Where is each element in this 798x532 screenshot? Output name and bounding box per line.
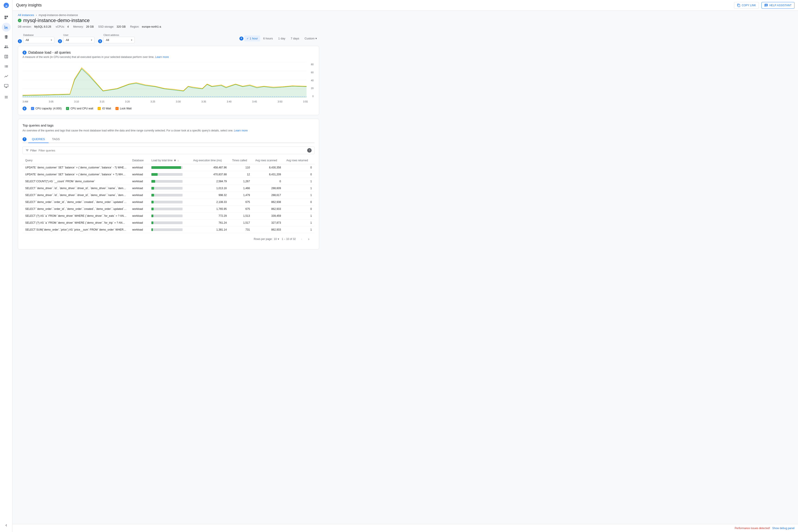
- show-debug-link[interactable]: Show debug panel: [772, 527, 794, 530]
- legend-io-wait[interactable]: ✓ IO Wait: [98, 107, 111, 111]
- sidebar-item-monitor[interactable]: [2, 81, 11, 91]
- table-row[interactable]: SELECT `demo_order`.`order_id`, `demo_or…: [22, 199, 315, 206]
- queries-header: Top queries and tags An overview of the …: [22, 124, 315, 132]
- load-cell: [149, 226, 190, 233]
- table-header-row: Query Database Load by total time ▼ ↓ Av…: [22, 157, 315, 164]
- table-row[interactable]: SELECT COUNT(*) AS `__count` FROM `demo_…: [22, 178, 315, 185]
- avg-rows-scanned-cell: 288,609: [253, 185, 283, 192]
- database-load-card: 5 Database load - all queries A measure …: [18, 46, 319, 115]
- query-text: SELECT (?) AS `a` FROM `demo_driver` WHE…: [22, 212, 130, 220]
- io-wait-checkbox[interactable]: ✓: [98, 107, 101, 110]
- sidebar-item-analytics[interactable]: [2, 23, 11, 32]
- instance-header: mysql-instance-demo-instance: [18, 18, 319, 23]
- lock-wait-checkbox[interactable]: ✓: [115, 107, 118, 110]
- database-select[interactable]: All ▾: [23, 37, 54, 43]
- time-btn-custom[interactable]: Custom ▾: [302, 35, 319, 41]
- col-avg-exec: Avg execution time (ms): [190, 157, 229, 164]
- filter-button[interactable]: Filter: [25, 149, 37, 152]
- sidebar-logo[interactable]: ☁: [3, 2, 10, 9]
- user-select[interactable]: All ▾: [63, 37, 94, 43]
- col-database: Database: [130, 157, 149, 164]
- tab-queries[interactable]: QUERIES: [28, 136, 49, 143]
- sidebar-item-list[interactable]: [2, 62, 11, 71]
- avg-rows-scanned-cell: 862,938: [253, 199, 283, 206]
- help-assistant-button[interactable]: HELP ASSISTANT: [761, 2, 794, 9]
- col-avg-rows-scanned: Avg rows scanned: [253, 157, 283, 164]
- cpu-capacity-checkbox[interactable]: ✓: [31, 107, 34, 110]
- table-row[interactable]: SELECT `demo_driver`.`id`, `demo_driver`…: [22, 185, 315, 192]
- table-row[interactable]: UPDATE `demo_customer` SET `balance` = (…: [22, 164, 315, 171]
- table-row[interactable]: SELECT `demo_order`.`order_id`, `demo_or…: [22, 206, 315, 212]
- col-load[interactable]: Load by total time ▼ ↓: [149, 157, 190, 164]
- load-cell: [149, 212, 190, 220]
- load-cell: [149, 185, 190, 192]
- sidebar-item-navigate[interactable]: [2, 33, 11, 41]
- sidebar-item-dashboard[interactable]: [2, 13, 11, 22]
- table-body: UPDATE `demo_customer` SET `balance` = (…: [22, 164, 315, 233]
- time-btn-6hours[interactable]: 6 hours: [261, 35, 275, 41]
- client-select[interactable]: All ▾: [104, 37, 135, 43]
- legend-cpu-capacity[interactable]: ✓ CPU capacity: (4.000): [31, 107, 61, 111]
- sidebar-item-terminal[interactable]: [2, 93, 11, 101]
- load-cell: [149, 220, 190, 226]
- times-called-cell: 1,267: [229, 178, 253, 185]
- avg-rows-scanned-cell: 288,617: [253, 192, 283, 199]
- times-called-cell: 731: [229, 226, 253, 233]
- sort-down-icon: ▼: [173, 159, 177, 162]
- filter-row: 1 Database All ▾ 2 User: [18, 32, 319, 46]
- time-btn-1day[interactable]: 1 day: [276, 35, 287, 41]
- queries-table: Query Database Load by total time ▼ ↓ Av…: [22, 157, 315, 233]
- pagination: Rows per page: 10 ▾ 1 – 10 of 32 ‹ ›: [22, 233, 315, 245]
- avg-exec-cell: 1,765.95: [190, 206, 229, 212]
- col-times-called: Times called: [229, 157, 253, 164]
- table-row[interactable]: UPDATE `demo_customer` SET `balance` = (…: [22, 171, 315, 178]
- tab-tags[interactable]: TAGS: [49, 136, 63, 143]
- database-cell: workload: [130, 185, 149, 192]
- filter-user: User All ▾: [63, 34, 94, 43]
- database-cell: workload: [130, 206, 149, 212]
- times-called-cell: 1,513: [229, 212, 253, 220]
- database-cell: workload: [130, 220, 149, 226]
- page-title: Query insights: [16, 3, 734, 7]
- step-badge-4: 4: [239, 37, 243, 41]
- prev-page-button[interactable]: ‹: [298, 236, 305, 242]
- help-icon[interactable]: ?: [307, 148, 312, 153]
- time-btn-1hour[interactable]: 1 hour: [244, 35, 260, 41]
- step-badge-6: 6: [22, 107, 26, 111]
- avg-rows-scanned-cell: 327,873: [253, 220, 283, 226]
- table-row[interactable]: SELECT `demo_driver`.`id`, `demo_driver`…: [22, 192, 315, 199]
- instance-name: mysql-instance-demo-instance: [23, 18, 90, 23]
- legend-lock-wait[interactable]: ✓ Lock Wait: [115, 107, 131, 111]
- avg-exec-cell: 2,584.79: [190, 178, 229, 185]
- sidebar-item-chart[interactable]: [2, 72, 11, 81]
- database-cell: workload: [130, 164, 149, 171]
- chart-learn-more-link[interactable]: Learn more: [155, 55, 169, 59]
- breadcrumb-all-instances[interactable]: All instances: [18, 13, 34, 17]
- status-indicator: [18, 19, 21, 22]
- table-row[interactable]: SELECT (?) AS `a` FROM `demo_driver` WHE…: [22, 212, 315, 220]
- sidebar-item-collapse[interactable]: [2, 521, 11, 530]
- time-btn-7days[interactable]: 7 days: [289, 35, 301, 41]
- avg-rows-returned-cell: 1: [283, 220, 315, 226]
- table-row[interactable]: SELECT (?) AS `a` FROM `demo_driver` WHE…: [22, 220, 315, 226]
- database-cell: workload: [130, 212, 149, 220]
- svg-text:☁: ☁: [5, 4, 7, 7]
- times-called-cell: 1,466: [229, 185, 253, 192]
- sidebar-item-people[interactable]: [2, 42, 11, 51]
- copy-link-button[interactable]: COPY LINK: [734, 2, 759, 9]
- legend-cpu-wait[interactable]: ✓ CPU and CPU wait: [66, 107, 93, 111]
- cpu-wait-checkbox[interactable]: ✓: [66, 107, 69, 110]
- filter-database: Database All ▾: [23, 34, 54, 43]
- instance-meta: DB version: MySQL 8.0.26 vCPUs: 4 Memory…: [18, 25, 319, 28]
- sidebar-item-table[interactable]: [2, 52, 11, 61]
- load-cell: [149, 171, 190, 178]
- chevron-down-icon: ▾: [51, 39, 52, 41]
- table-row[interactable]: SELECT SUM(`demo_order`.`price`) AS `pri…: [22, 226, 315, 233]
- queries-learn-more-link[interactable]: Learn more: [234, 129, 248, 132]
- main-content: Query insights COPY LINK HELP ASSISTANT …: [13, 0, 798, 532]
- next-page-button[interactable]: ›: [305, 236, 312, 242]
- copy-link-label: COPY LINK: [742, 4, 756, 7]
- query-filter-bar: Filter ?: [22, 147, 315, 154]
- rows-per-page-select[interactable]: 10 ▾: [274, 238, 279, 241]
- filter-queries-input[interactable]: [39, 149, 305, 152]
